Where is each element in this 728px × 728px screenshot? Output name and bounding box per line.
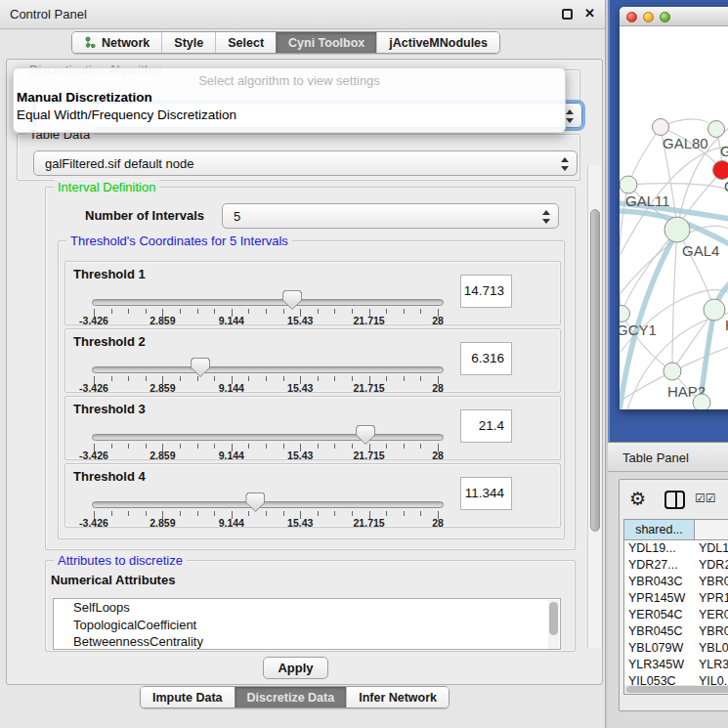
tab-label: Impute Data [152, 691, 223, 705]
tick-mark [352, 511, 353, 516]
table-row[interactable]: YPR145WYPR1... [624, 590, 728, 607]
slider-track[interactable] [92, 434, 444, 441]
dropdown-option-manual-discretization[interactable]: Manual Discretization [14, 88, 565, 106]
table-row[interactable]: YIL053CYIL0... [624, 673, 728, 685]
gear-icon[interactable]: ⚙ [629, 488, 646, 510]
float-window-icon[interactable] [562, 9, 573, 20]
network-node-gal80[interactable] [653, 119, 669, 136]
scrollbar-thumb[interactable] [626, 686, 728, 693]
table-row[interactable]: YDL19...YDL1... [624, 540, 728, 557]
tab-jactivemnodules[interactable]: jActiveMNodules [376, 32, 499, 53]
threshold-panel: Threshold 2-3.4262.8599.14415.4321.71528… [64, 328, 561, 393]
slider-thumb[interactable] [191, 358, 210, 377]
tab-impute-data[interactable]: Impute Data [141, 687, 235, 707]
cell-shared-name: YPR145W [624, 590, 695, 607]
table-row[interactable]: YBR045CYBR0... [624, 623, 728, 640]
slider-thumb[interactable] [356, 425, 375, 445]
table-row[interactable]: YER054CYER0... [624, 607, 728, 623]
tick-mark [197, 309, 198, 314]
tick-label: 15.43 [287, 450, 313, 461]
tick-mark [420, 444, 421, 449]
zoom-traffic-light-icon[interactable] [660, 12, 670, 22]
control-panel-window: Control Panel ✕ NetworkStyleSelectCyni T… [0, 0, 606, 728]
combo-stepper-icon [541, 208, 550, 226]
network-node[interactable] [693, 394, 710, 409]
tab-network[interactable]: Network [72, 32, 161, 53]
dropdown-option-equal-width-frequency[interactable]: Equal Width/Frequency Discretization [14, 106, 565, 123]
tick-mark [266, 376, 267, 381]
table-header-row: shared...na [623, 519, 728, 540]
network-node-c[interactable] [713, 161, 728, 180]
network-node-gcy1[interactable] [620, 306, 630, 322]
tab-label: jActiveMNodules [389, 36, 488, 50]
column-header-name[interactable]: na [695, 520, 728, 539]
split-columns-icon[interactable] [664, 491, 685, 509]
network-canvas[interactable]: GAL80GCGAL11GAL4GCY1HHAP2 [620, 26, 728, 409]
cell-shared-name: YDR27... [624, 557, 695, 574]
network-node-h[interactable] [704, 299, 725, 321]
list-scrollbar[interactable] [548, 600, 559, 650]
tab-label: Style [174, 36, 203, 50]
slider-ticks [94, 511, 438, 520]
network-node-label: GAL80 [663, 135, 708, 151]
threshold-value-field[interactable]: 6.316 [460, 342, 512, 375]
list-item[interactable]: BetweennessCentrality [54, 633, 560, 650]
column-header-shared-name[interactable]: shared... [624, 520, 695, 539]
tick-mark [197, 376, 198, 381]
table-h-scrollbar[interactable] [623, 685, 728, 695]
network-window-titlebar[interactable] [620, 7, 728, 26]
minimize-traffic-light-icon[interactable] [643, 12, 654, 22]
table-row[interactable]: YBL079WYBL0... [624, 640, 728, 657]
tick-mark [197, 511, 198, 516]
tab-label: Select [228, 36, 264, 50]
tick-mark [146, 444, 147, 449]
threshold-value-field[interactable]: 14.713 [460, 275, 512, 308]
table-row[interactable]: YLR345WYLR3... [624, 657, 728, 673]
network-node-g[interactable] [708, 121, 725, 138]
network-edge [672, 230, 677, 371]
panel-scrollbar[interactable] [587, 165, 602, 648]
slider-track[interactable] [92, 299, 444, 306]
tab-select[interactable]: Select [215, 32, 276, 53]
slider-track[interactable] [92, 501, 444, 508]
threshold-panel: Threshold 4-3.4262.8599.14415.4321.71528… [64, 463, 561, 528]
slider-ticks [94, 309, 438, 318]
numerical-attributes-list[interactable]: SelfLoopsTopologicalCoefficientBetweenne… [53, 598, 561, 650]
network-node-gal11[interactable] [620, 176, 637, 193]
threshold-label: Threshold 1 [73, 267, 146, 281]
apply-button[interactable]: Apply [263, 657, 328, 679]
tab-discretize-data[interactable]: Discretize Data [235, 687, 347, 707]
close-icon[interactable]: ✕ [584, 6, 595, 21]
tab-label: Network [102, 36, 150, 50]
tab-style[interactable]: Style [161, 32, 215, 53]
network-node-label: GAL4 [682, 242, 719, 259]
table-row[interactable]: YBR043CYBR0... [624, 574, 728, 590]
tick-mark [214, 511, 215, 516]
table-data-combo[interactable]: galFiltered.sif default node [33, 150, 578, 176]
threshold-value-field[interactable]: 11.344 [460, 477, 512, 510]
tab-infer-network[interactable]: Infer Network [346, 687, 449, 707]
select-columns-icon[interactable]: ☑☑ [695, 492, 716, 505]
slider-thumb[interactable] [282, 290, 302, 310]
cell-shared-name: YBR043C [624, 574, 695, 590]
tab-label: Infer Network [359, 691, 437, 705]
screen: Control Panel ✕ NetworkStyleSelectCyni T… [0, 0, 728, 728]
tick-label: 21.715 [354, 315, 385, 326]
network-node-hap2[interactable] [664, 363, 681, 380]
table-row[interactable]: YDR27...YDR2... [624, 557, 728, 574]
slider-track[interactable] [92, 366, 444, 373]
list-item[interactable]: SelfLoops [54, 599, 560, 617]
threshold-label: Threshold 2 [73, 334, 146, 349]
num-intervals-combo[interactable]: 5 [222, 203, 559, 229]
threshold-value-field[interactable]: 21.4 [460, 409, 512, 443]
list-item[interactable]: TopologicalCoefficient [54, 617, 560, 634]
slider-thumb[interactable] [245, 492, 265, 512]
scrollbar-thumb[interactable] [590, 209, 600, 532]
network-icon [84, 36, 97, 49]
tick-mark [146, 511, 147, 516]
cell-name: YBL0... [695, 640, 728, 657]
network-node-gal4[interactable] [664, 217, 690, 242]
tick-mark [128, 376, 129, 381]
close-traffic-light-icon[interactable] [626, 12, 637, 22]
tab-cyni-toolbox[interactable]: Cyni Toolbox [276, 32, 376, 53]
